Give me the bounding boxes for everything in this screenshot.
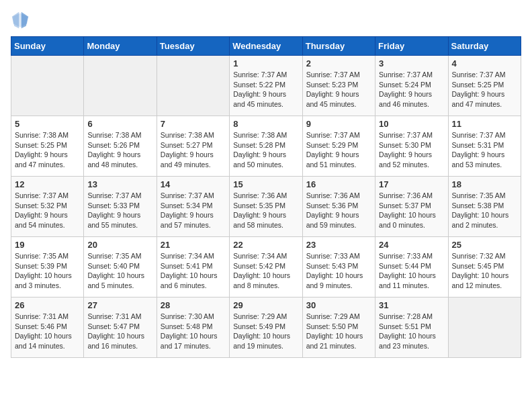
calendar-cell: 21Sunrise: 7:34 AMSunset: 5:41 PMDayligh… [157, 237, 229, 298]
day-number: 6 [87, 119, 152, 129]
calendar-cell: 19Sunrise: 7:35 AMSunset: 5:39 PMDayligh… [11, 237, 84, 298]
day-number: 2 [306, 58, 371, 68]
calendar-cell: 26Sunrise: 7:31 AMSunset: 5:46 PMDayligh… [11, 298, 84, 358]
day-info: Sunrise: 7:37 AMSunset: 5:30 PMDaylight:… [379, 130, 444, 170]
calendar-cell: 17Sunrise: 7:36 AMSunset: 5:37 PMDayligh… [375, 177, 448, 237]
day-number: 21 [161, 240, 226, 250]
column-header-monday: Monday [84, 37, 157, 56]
svg-marker-1 [21, 12, 29, 29]
day-number: 24 [379, 240, 444, 250]
day-number: 20 [87, 240, 152, 250]
logo-icon [11, 11, 30, 30]
day-number: 22 [233, 240, 298, 250]
day-number: 29 [233, 300, 298, 310]
calendar-table: SundayMondayTuesdayWednesdayThursdayFrid… [11, 36, 521, 358]
day-info: Sunrise: 7:36 AMSunset: 5:37 PMDaylight:… [379, 191, 444, 230]
day-info: Sunrise: 7:35 AMSunset: 5:38 PMDaylight:… [452, 191, 517, 230]
day-info: Sunrise: 7:38 AMSunset: 5:25 PMDaylight:… [15, 130, 80, 170]
calendar-week-row: 12Sunrise: 7:37 AMSunset: 5:32 PMDayligh… [11, 177, 521, 237]
column-header-friday: Friday [375, 37, 448, 56]
day-info: Sunrise: 7:35 AMSunset: 5:40 PMDaylight:… [87, 251, 152, 291]
calendar-cell: 25Sunrise: 7:32 AMSunset: 5:45 PMDayligh… [448, 237, 521, 298]
day-number: 25 [452, 240, 517, 250]
day-info: Sunrise: 7:31 AMSunset: 5:47 PMDaylight:… [87, 312, 152, 351]
column-header-sunday: Sunday [11, 37, 84, 56]
calendar-cell: 16Sunrise: 7:36 AMSunset: 5:36 PMDayligh… [302, 177, 375, 237]
calendar-week-row: 19Sunrise: 7:35 AMSunset: 5:39 PMDayligh… [11, 237, 521, 298]
calendar-cell: 15Sunrise: 7:36 AMSunset: 5:35 PMDayligh… [230, 177, 302, 237]
day-number: 12 [15, 179, 80, 189]
day-info: Sunrise: 7:36 AMSunset: 5:35 PMDaylight:… [233, 191, 298, 230]
day-info: Sunrise: 7:37 AMSunset: 5:32 PMDaylight:… [15, 191, 80, 230]
day-number: 23 [306, 240, 371, 250]
day-number: 30 [306, 300, 371, 310]
day-info: Sunrise: 7:34 AMSunset: 5:41 PMDaylight:… [161, 251, 226, 291]
day-number: 31 [379, 300, 444, 310]
calendar-cell: 11Sunrise: 7:37 AMSunset: 5:31 PMDayligh… [448, 116, 521, 177]
calendar-cell: 12Sunrise: 7:37 AMSunset: 5:32 PMDayligh… [11, 177, 84, 237]
calendar-cell [84, 56, 157, 116]
day-info: Sunrise: 7:37 AMSunset: 5:23 PMDaylight:… [306, 70, 371, 109]
day-number: 3 [379, 58, 444, 68]
day-info: Sunrise: 7:37 AMSunset: 5:29 PMDaylight:… [306, 130, 371, 170]
calendar-cell: 6Sunrise: 7:38 AMSunset: 5:26 PMDaylight… [84, 116, 157, 177]
calendar-cell [157, 56, 229, 116]
day-info: Sunrise: 7:37 AMSunset: 5:22 PMDaylight:… [233, 70, 298, 109]
calendar-week-row: 26Sunrise: 7:31 AMSunset: 5:46 PMDayligh… [11, 298, 521, 358]
calendar-cell: 5Sunrise: 7:38 AMSunset: 5:25 PMDaylight… [11, 116, 84, 177]
calendar-cell: 30Sunrise: 7:29 AMSunset: 5:50 PMDayligh… [302, 298, 375, 358]
day-number: 17 [379, 179, 444, 189]
day-info: Sunrise: 7:34 AMSunset: 5:42 PMDaylight:… [233, 251, 298, 291]
day-info: Sunrise: 7:29 AMSunset: 5:50 PMDaylight:… [306, 312, 371, 351]
calendar-cell: 29Sunrise: 7:29 AMSunset: 5:49 PMDayligh… [230, 298, 302, 358]
day-info: Sunrise: 7:36 AMSunset: 5:36 PMDaylight:… [306, 191, 371, 230]
calendar-cell: 7Sunrise: 7:38 AMSunset: 5:27 PMDaylight… [157, 116, 229, 177]
column-header-wednesday: Wednesday [230, 37, 302, 56]
day-info: Sunrise: 7:35 AMSunset: 5:39 PMDaylight:… [15, 251, 80, 291]
logo [11, 11, 32, 30]
day-info: Sunrise: 7:37 AMSunset: 5:25 PMDaylight:… [452, 70, 517, 109]
day-number: 1 [233, 58, 298, 68]
calendar-cell: 4Sunrise: 7:37 AMSunset: 5:25 PMDaylight… [448, 56, 521, 116]
calendar-cell: 28Sunrise: 7:30 AMSunset: 5:48 PMDayligh… [157, 298, 229, 358]
calendar-cell: 9Sunrise: 7:37 AMSunset: 5:29 PMDaylight… [302, 116, 375, 177]
day-number: 28 [161, 300, 226, 310]
day-number: 7 [161, 119, 226, 129]
day-info: Sunrise: 7:38 AMSunset: 5:26 PMDaylight:… [87, 130, 152, 170]
day-number: 15 [233, 179, 298, 189]
day-info: Sunrise: 7:37 AMSunset: 5:33 PMDaylight:… [87, 191, 152, 230]
day-number: 9 [306, 119, 371, 129]
column-header-saturday: Saturday [448, 37, 521, 56]
calendar-cell [448, 298, 521, 358]
day-info: Sunrise: 7:28 AMSunset: 5:51 PMDaylight:… [379, 312, 444, 351]
day-info: Sunrise: 7:33 AMSunset: 5:43 PMDaylight:… [306, 251, 371, 291]
calendar-cell: 31Sunrise: 7:28 AMSunset: 5:51 PMDayligh… [375, 298, 448, 358]
day-number: 16 [306, 179, 371, 189]
calendar-cell: 1Sunrise: 7:37 AMSunset: 5:22 PMDaylight… [230, 56, 302, 116]
day-number: 19 [15, 240, 80, 250]
column-header-tuesday: Tuesday [157, 37, 229, 56]
day-number: 14 [161, 179, 226, 189]
day-info: Sunrise: 7:32 AMSunset: 5:45 PMDaylight:… [452, 251, 517, 291]
day-info: Sunrise: 7:37 AMSunset: 5:34 PMDaylight:… [161, 191, 226, 230]
calendar-header-row: SundayMondayTuesdayWednesdayThursdayFrid… [11, 37, 521, 56]
day-number: 11 [452, 119, 517, 129]
calendar-cell: 8Sunrise: 7:38 AMSunset: 5:28 PMDaylight… [230, 116, 302, 177]
day-number: 10 [379, 119, 444, 129]
day-number: 27 [87, 300, 152, 310]
column-header-thursday: Thursday [302, 37, 375, 56]
calendar-cell [11, 56, 84, 116]
calendar-cell: 13Sunrise: 7:37 AMSunset: 5:33 PMDayligh… [84, 177, 157, 237]
day-number: 13 [87, 179, 152, 189]
calendar-cell: 18Sunrise: 7:35 AMSunset: 5:38 PMDayligh… [448, 177, 521, 237]
day-info: Sunrise: 7:37 AMSunset: 5:24 PMDaylight:… [379, 70, 444, 109]
day-number: 18 [452, 179, 517, 189]
calendar-week-row: 5Sunrise: 7:38 AMSunset: 5:25 PMDaylight… [11, 116, 521, 177]
page-header [11, 11, 521, 30]
calendar-cell: 23Sunrise: 7:33 AMSunset: 5:43 PMDayligh… [302, 237, 375, 298]
calendar-cell: 14Sunrise: 7:37 AMSunset: 5:34 PMDayligh… [157, 177, 229, 237]
day-info: Sunrise: 7:38 AMSunset: 5:28 PMDaylight:… [233, 130, 298, 170]
day-number: 5 [15, 119, 80, 129]
day-info: Sunrise: 7:30 AMSunset: 5:48 PMDaylight:… [161, 312, 226, 351]
calendar-cell: 22Sunrise: 7:34 AMSunset: 5:42 PMDayligh… [230, 237, 302, 298]
